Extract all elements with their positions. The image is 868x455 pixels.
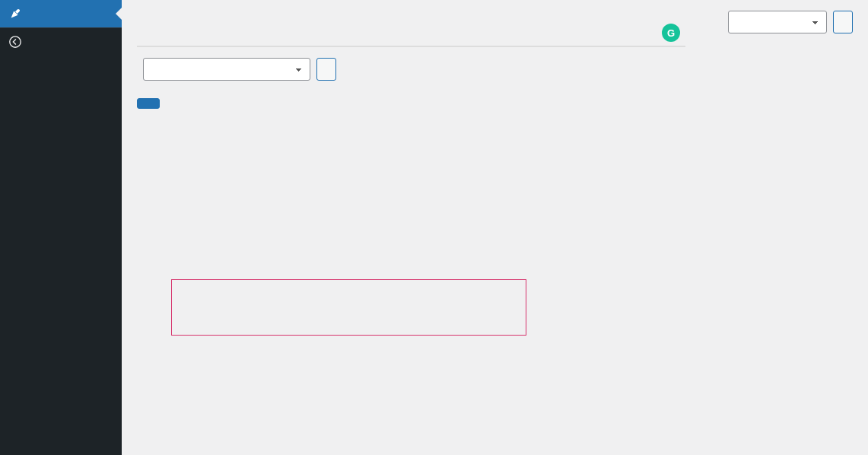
grammarly-icon[interactable]: G xyxy=(662,24,680,42)
lookup-button[interactable] xyxy=(316,58,336,81)
admin-sidebar xyxy=(0,0,122,455)
documentation-select[interactable] xyxy=(143,58,310,81)
theme-select[interactable] xyxy=(728,11,827,33)
code-editor[interactable]: G xyxy=(137,46,685,47)
menu-appearance[interactable] xyxy=(0,0,122,27)
update-file-button[interactable] xyxy=(137,98,160,109)
select-button[interactable] xyxy=(833,11,853,33)
main-content: G xyxy=(122,0,868,455)
brush-icon xyxy=(8,6,23,21)
code-highlight-box xyxy=(171,279,526,336)
svg-point-0 xyxy=(10,37,21,47)
collapse-menu[interactable] xyxy=(0,27,122,56)
collapse-icon xyxy=(8,34,23,49)
